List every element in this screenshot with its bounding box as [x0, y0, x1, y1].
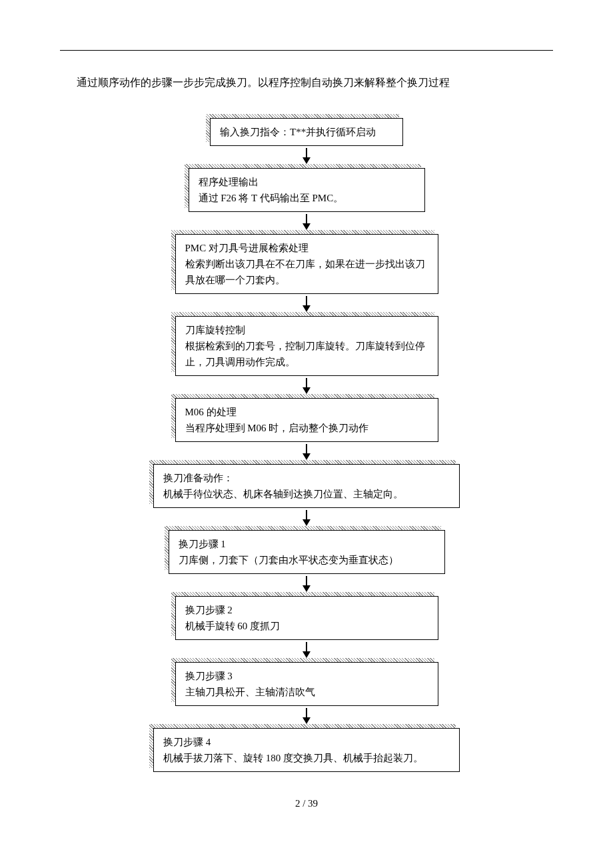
step-body: 机械手拔刀落下、旋转 180 度交换刀具、机械手抬起装刀。 [163, 750, 450, 766]
step-title: 换刀步骤 3 [185, 668, 428, 684]
step-title: M06 的处理 [185, 404, 428, 420]
step-wrapper: 换刀准备动作： 机械手待位状态、机床各轴到达换刀位置、主轴定向。 [153, 464, 460, 530]
step-shadow: 换刀步骤 3 主轴刀具松开、主轴清洁吹气 [175, 662, 438, 706]
arrow-down-icon [306, 296, 307, 311]
step-box-9: 换刀步骤 3 主轴刀具松开、主轴清洁吹气 [175, 662, 438, 706]
step-shadow: 换刀步骤 2 机械手旋转 60 度抓刀 [175, 596, 438, 640]
step-box-4: 刀库旋转控制 根据检索到的刀套号，控制刀库旋转。刀库旋转到位停止，刀具调用动作完… [175, 316, 438, 376]
step-shadow: 输入换刀指令：T**并执行循环启动 [210, 118, 403, 146]
intro-paragraph: 通过顺序动作的步骤一步步完成换刀。以程序控制自动换刀来解释整个换刀过程 [60, 74, 553, 91]
step-body: 机械手待位状态、机床各轴到达换刀位置、主轴定向。 [163, 486, 450, 502]
step-body: 通过 F26 将 T 代码输出至 PMC。 [199, 190, 415, 206]
step-body: 检索判断出该刀具在不在刀库，如果在进一步找出该刀具放在哪一个刀套内。 [185, 256, 428, 288]
arrow-down-icon [306, 576, 307, 591]
header-divider [60, 50, 553, 51]
step-title: PMC 对刀具号进展检索处理 [185, 240, 428, 256]
step-body: 主轴刀具松开、主轴清洁吹气 [185, 684, 428, 700]
flowchart-container: 输入换刀指令：T**并执行循环启动 程序处理输出 通过 F26 将 T 代码输出… [60, 118, 553, 772]
page-footer: 2 / 39 [60, 795, 553, 811]
step-box-6: 换刀准备动作： 机械手待位状态、机床各轴到达换刀位置、主轴定向。 [153, 464, 460, 508]
step-body: 刀库侧，刀套下（刀套由水平状态变为垂直状态） [179, 552, 435, 568]
step-body: 根据检索到的刀套号，控制刀库旋转。刀库旋转到位停止，刀具调用动作完成。 [185, 338, 428, 370]
step-box-3: PMC 对刀具号进展检索处理 检索判断出该刀具在不在刀库，如果在进一步找出该刀具… [175, 234, 438, 294]
step-shadow: 程序处理输出 通过 F26 将 T 代码输出至 PMC。 [189, 168, 425, 212]
step-body: 机械手旋转 60 度抓刀 [185, 618, 428, 634]
arrow-down-icon [306, 148, 307, 163]
arrow-down-icon [306, 214, 307, 229]
step-title: 换刀步骤 1 [179, 536, 435, 552]
step-box-1: 输入换刀指令：T**并执行循环启动 [210, 118, 403, 146]
step-wrapper: 刀库旋转控制 根据检索到的刀套号，控制刀库旋转。刀库旋转到位停止，刀具调用动作完… [175, 316, 438, 398]
step-title: 换刀步骤 2 [185, 602, 428, 618]
step-wrapper: 换刀步骤 1 刀库侧，刀套下（刀套由水平状态变为垂直状态） [169, 530, 445, 596]
step-title: 换刀步骤 4 [163, 734, 450, 750]
step-shadow: 刀库旋转控制 根据检索到的刀套号，控制刀库旋转。刀库旋转到位停止，刀具调用动作完… [175, 316, 438, 376]
step-wrapper: 程序处理输出 通过 F26 将 T 代码输出至 PMC。 [189, 168, 425, 234]
step-shadow: PMC 对刀具号进展检索处理 检索判断出该刀具在不在刀库，如果在进一步找出该刀具… [175, 234, 438, 294]
step-wrapper: M06 的处理 当程序处理到 M06 时，启动整个换刀动作 [175, 398, 438, 464]
step-box-10: 换刀步骤 4 机械手拔刀落下、旋转 180 度交换刀具、机械手抬起装刀。 [153, 728, 460, 772]
step-text: 输入换刀指令：T**并执行循环启动 [220, 127, 376, 137]
step-wrapper: 输入换刀指令：T**并执行循环启动 [210, 118, 403, 168]
step-wrapper: 换刀步骤 4 机械手拔刀落下、旋转 180 度交换刀具、机械手抬起装刀。 [153, 728, 460, 772]
step-body: 当程序处理到 M06 时，启动整个换刀动作 [185, 420, 428, 436]
step-wrapper: 换刀步骤 2 机械手旋转 60 度抓刀 [175, 596, 438, 662]
step-shadow: 换刀准备动作： 机械手待位状态、机床各轴到达换刀位置、主轴定向。 [153, 464, 460, 508]
step-shadow: 换刀步骤 1 刀库侧，刀套下（刀套由水平状态变为垂直状态） [169, 530, 445, 574]
arrow-down-icon [306, 510, 307, 525]
step-shadow: M06 的处理 当程序处理到 M06 时，启动整个换刀动作 [175, 398, 438, 442]
step-title: 刀库旋转控制 [185, 322, 428, 338]
arrow-down-icon [306, 708, 307, 723]
step-title: 换刀准备动作： [163, 470, 450, 486]
step-wrapper: 换刀步骤 3 主轴刀具松开、主轴清洁吹气 [175, 662, 438, 728]
arrow-down-icon [306, 444, 307, 459]
arrow-down-icon [306, 378, 307, 393]
step-title: 程序处理输出 [199, 174, 415, 190]
step-box-5: M06 的处理 当程序处理到 M06 时，启动整个换刀动作 [175, 398, 438, 442]
arrow-down-icon [306, 642, 307, 657]
step-box-8: 换刀步骤 2 机械手旋转 60 度抓刀 [175, 596, 438, 640]
step-wrapper: PMC 对刀具号进展检索处理 检索判断出该刀具在不在刀库，如果在进一步找出该刀具… [175, 234, 438, 316]
step-box-7: 换刀步骤 1 刀库侧，刀套下（刀套由水平状态变为垂直状态） [169, 530, 445, 574]
step-box-2: 程序处理输出 通过 F26 将 T 代码输出至 PMC。 [189, 168, 425, 212]
step-shadow: 换刀步骤 4 机械手拔刀落下、旋转 180 度交换刀具、机械手抬起装刀。 [153, 728, 460, 772]
